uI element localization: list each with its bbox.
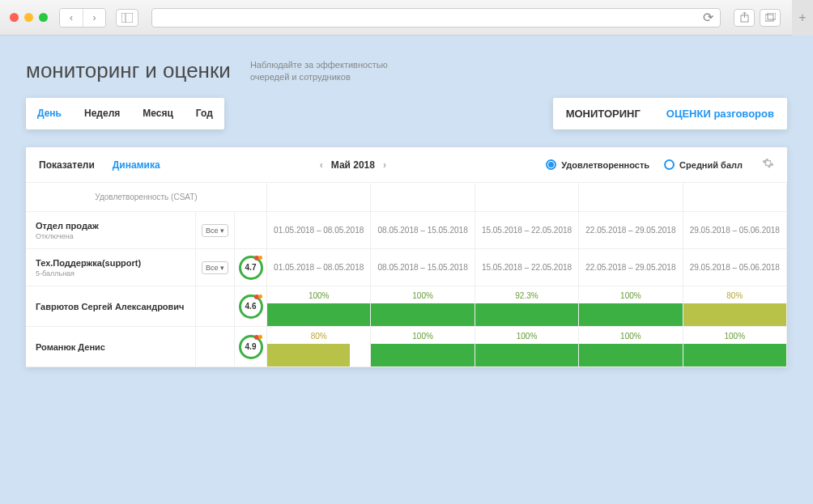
svg-rect-5 [768,13,776,19]
filter-select[interactable]: Все ▾ [202,261,228,274]
radio-dot-icon [664,159,675,170]
value-bar [683,303,786,326]
filter-select[interactable]: Все ▾ [202,224,228,237]
row-select-cell [196,286,235,327]
score-ring: 4.6 [239,294,263,319]
date-range-cell: 01.05.2018 – 08.05.2018 [267,249,371,286]
window-controls [10,13,48,22]
reload-icon[interactable]: ⟳ [703,10,713,25]
value-label: 100% [725,327,746,345]
page-subtitle: Наблюдайте за эффективностью очередей и … [250,59,412,83]
row-name: Романюк Денис [36,342,105,352]
row-name-cell: Отдел продажОтключена [26,212,196,249]
date-range-cell: 08.05.2018 – 15.05.2018 [371,249,475,286]
date-range-cell: 29.05.2018 – 05.06.2018 [683,249,787,286]
metric-header-row: Удовлетворенность (CSAT) [26,183,787,212]
row-name: Гаврютов Сергей Александрович [36,302,185,311]
value-label: 100% [620,327,641,345]
score-ring: 4.7 [239,256,263,280]
value-cell: 100% [371,286,475,327]
value-label: 80% [311,327,327,345]
value-cell: 100% [579,327,683,367]
tabs-button[interactable] [760,9,781,27]
row-select-cell: Все ▾ [196,212,235,249]
row-score-cell [235,212,267,249]
panel-toolbar: Показатели Динамика ‹ Май 2018 › Удовлет… [26,147,787,183]
tab-monitoring[interactable]: МОНИТОРИНГ [553,98,653,129]
date-range-cell: 15.05.2018 – 22.05.2018 [475,212,579,249]
value-bar [371,303,474,326]
row-score-cell: 4.7 [235,249,267,286]
page-header: мониторинг и оценки Наблюдайте за эффект… [26,58,787,83]
value-label: 100% [620,286,641,304]
value-cell: 80% [267,327,371,367]
view-tabs: Показатели Динамика [39,159,160,171]
view-indicators[interactable]: Показатели [39,159,95,171]
tab-ratings[interactable]: ОЦЕНКИ разговоров [653,98,787,129]
month-selector: ‹ Май 2018 › [160,159,547,171]
tab-year[interactable]: Год [185,98,224,129]
data-rows: Отдел продажОтключенаВсе ▾01.05.2018 – 0… [26,212,787,367]
value-cell: 100% [475,327,579,367]
radio-dot-icon [546,159,556,170]
tab-day[interactable]: День [26,98,73,129]
value-label: 80% [726,286,743,304]
share-button[interactable] [734,9,755,27]
row-score-cell: 4.9 [235,327,267,367]
metric-header-label: Удовлетворенность (CSAT) [26,183,267,212]
value-bar [267,303,370,326]
value-cell: 100% [267,286,371,327]
table-row: Тех.Поддержка(support)5-балльнаяВсе ▾4.7… [26,249,787,286]
score-ring: 4.9 [239,335,263,359]
row-name: Отдел продаж [36,221,99,231]
row-name-cell: Тех.Поддержка(support)5-балльная [26,249,196,286]
value-label: 100% [412,327,433,345]
new-tab-button[interactable]: + [792,0,813,36]
forward-button[interactable]: › [83,9,105,27]
date-range-cell: 08.05.2018 – 15.05.2018 [371,212,475,249]
radio-avg-score[interactable]: Средний балл [664,159,743,170]
value-cell: 100% [579,286,683,327]
row-select-cell [196,327,235,367]
browser-chrome: ‹ › ⟳ + [0,0,813,36]
sidebar-toggle[interactable] [116,9,138,27]
next-month[interactable]: › [383,159,386,171]
chrome-right-controls [734,9,781,27]
value-cell: 100% [683,327,787,367]
minimize-window[interactable] [24,13,33,22]
address-bar[interactable]: ⟳ [151,8,721,28]
svg-rect-0 [121,13,133,23]
date-range-cell: 01.05.2018 – 08.05.2018 [267,212,371,249]
row-name-cell: Романюк Денис [26,327,196,367]
tab-week[interactable]: Неделя [73,98,131,129]
value-cell: 92.3% [475,286,579,327]
tab-month[interactable]: Месяц [131,98,185,129]
radio-satisfaction[interactable]: Удовлетворенность [546,159,649,170]
current-month: Май 2018 [331,159,375,171]
row-name-cell: Гаврютов Сергей Александрович [26,286,196,327]
row-subtitle: Отключена [36,232,74,240]
table-row: Романюк Денис4.980%100%100%100%100% [26,327,787,367]
value-label: 100% [412,286,433,304]
svg-rect-4 [765,15,773,21]
view-dynamics[interactable]: Динамика [113,159,160,171]
share-icon [740,12,749,23]
value-bar [475,344,578,366]
settings-button[interactable] [762,157,774,172]
tabs-icon [765,13,776,22]
back-button[interactable]: ‹ [60,9,83,27]
date-range-cell: 15.05.2018 – 22.05.2018 [475,249,579,286]
date-range-cell: 22.05.2018 – 29.05.2018 [579,212,683,249]
value-bar [371,344,474,366]
row-name: Тех.Поддержка(support) [36,258,141,268]
prev-month[interactable]: ‹ [320,159,323,171]
date-range-cell: 22.05.2018 – 29.05.2018 [579,249,683,286]
period-tabs: День Неделя Месяц Год [26,98,224,129]
mode-tabs: МОНИТОРИНГ ОЦЕНКИ разговоров [553,98,787,129]
close-window[interactable] [10,13,19,22]
sidebar-icon [121,13,133,23]
maximize-window[interactable] [39,13,48,22]
nav-back-forward: ‹ › [59,8,106,28]
row-score-cell: 4.6 [235,286,267,327]
radio-avg-score-label: Средний балл [679,160,743,170]
